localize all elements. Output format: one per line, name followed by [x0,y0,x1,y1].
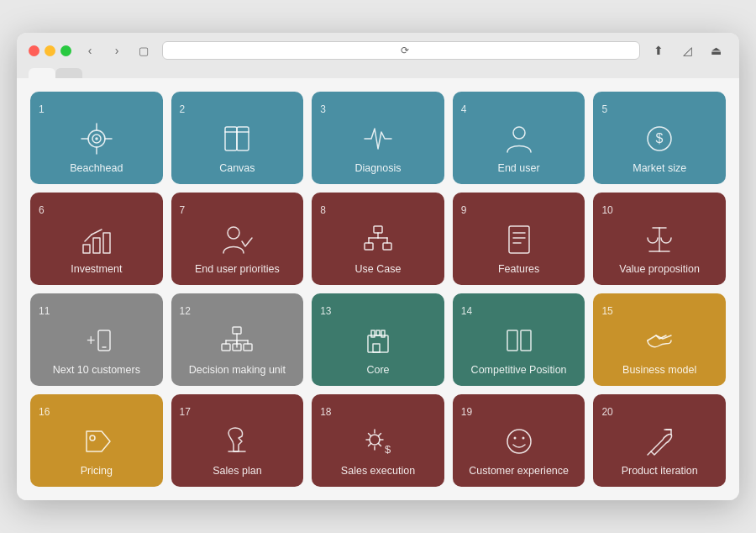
svg-rect-49 [381,330,385,337]
card-label: Decision making unit [180,364,296,376]
card-label: Value proposition [601,263,717,275]
card-number: 7 [180,204,186,216]
tab-active[interactable] [29,68,55,78]
card-label: Customer experience [461,465,577,477]
card-number: 5 [601,103,607,115]
svg-point-54 [90,435,95,441]
tab-overview-button[interactable]: ▢ [132,41,155,60]
card-business-model[interactable]: 15Business model [593,293,726,386]
svg-point-58 [507,430,531,453]
card-decision-making-unit[interactable]: 12Decision making unit [171,293,304,386]
svg-rect-48 [371,330,375,337]
nav-buttons: ‹ › ▢ [78,41,155,60]
svg-rect-28 [509,226,529,253]
cards-grid: 1Beachhead2Canvas3Diagnosis4End user5$Ma… [30,92,726,487]
card-investment[interactable]: 6Investment [30,193,163,285]
investment-icon [39,221,155,258]
svg-line-17 [85,235,92,241]
card-label: Sales execution [320,465,436,477]
browser-window: ‹ › ▢ ⟳ ⬆ ◿ ⏏ 1Beachhead2Canvas3Diagnosi… [17,33,739,500]
svg-point-2 [96,138,97,140]
back-button[interactable]: ‹ [78,41,102,60]
scale-icon [601,221,717,258]
card-number: 2 [180,103,186,115]
minimize-button[interactable] [45,45,55,56]
chess-knight-icon [180,423,296,460]
card-label: Product iteration [601,465,717,477]
card-number: 3 [320,103,326,115]
card-product-iteration[interactable]: 20Product iteration [593,394,726,487]
maximize-button[interactable] [60,45,71,56]
org-chart-icon [320,221,436,258]
browser-controls: ‹ › ▢ ⟳ ⬆ ◿ ⏏ [29,41,727,60]
svg-rect-14 [83,245,90,253]
card-customer-experience[interactable]: 19Customer experience [453,394,585,487]
card-diagnosis[interactable]: 3Diagnosis [312,92,444,184]
castle-icon [320,322,436,359]
handshake-icon [601,322,717,359]
tab-bar [29,68,727,78]
card-label: Market size [601,162,717,174]
person-head-icon [461,120,577,157]
svg-rect-38 [233,327,241,334]
card-number: 14 [461,305,472,317]
card-number: 10 [601,204,612,216]
svg-rect-39 [222,344,230,351]
columns-icon [461,322,577,359]
card-next-10-customers[interactable]: 11+Next 10 customers [30,293,163,386]
share-button[interactable]: ⬆ [647,41,670,60]
card-number: 16 [39,406,50,418]
card-value-proposition[interactable]: 10Value proposition [593,193,726,285]
card-features[interactable]: 9Features [453,193,585,285]
tab-add-button[interactable] [711,71,727,78]
svg-point-59 [513,437,516,440]
card-number: 6 [39,204,45,216]
card-label: Features [461,263,577,275]
forward-button[interactable]: › [105,41,129,60]
svg-line-18 [92,230,102,235]
card-label: Use Case [320,263,436,275]
card-number: 18 [320,406,331,418]
card-core[interactable]: 13Core [312,293,444,386]
svg-rect-41 [244,344,252,351]
svg-rect-22 [383,243,391,250]
wrench-arrow-icon [601,423,717,460]
svg-point-0 [88,130,105,147]
address-bar[interactable]: ⟳ [162,41,640,60]
card-number: 20 [601,406,612,418]
card-label: Business model [601,364,717,376]
duplicate-button[interactable]: ◿ [675,41,699,60]
card-end-user-priorities[interactable]: 7End user priorities [171,193,304,285]
gear-dollar-icon: $ [320,423,436,460]
card-use-case[interactable]: 8Use Case [312,193,444,285]
svg-rect-16 [103,233,110,253]
card-canvas[interactable]: 2Canvas [171,92,304,184]
svg-point-11 [513,127,525,139]
svg-point-1 [92,135,101,143]
close-button[interactable] [29,45,39,56]
reload-icon[interactable]: ⟳ [401,45,409,56]
card-number: 15 [601,305,612,317]
svg-point-19 [228,227,239,239]
card-number: 11 [39,305,50,317]
card-label: Next 10 customers [39,364,155,376]
power-button[interactable]: ⏏ [704,41,727,60]
svg-rect-8 [237,127,249,150]
svg-text:$: $ [656,131,664,145]
card-beachhead[interactable]: 1Beachhead [30,92,163,184]
doc-lines-icon [461,221,577,258]
card-end-user[interactable]: 4End user [453,92,585,184]
card-label: Core [320,364,436,376]
pulse-icon [320,120,436,157]
card-sales-execution[interactable]: 18$Sales execution [312,394,444,487]
card-sales-plan[interactable]: 17Sales plan [171,394,304,487]
svg-rect-21 [365,243,373,250]
person-check-icon [180,221,296,258]
card-number: 4 [461,103,467,115]
tag-icon [39,423,155,460]
card-market-size[interactable]: 5$Market size [593,92,726,184]
card-competitive-position[interactable]: 14Competitive Position [453,293,585,386]
svg-point-60 [522,437,524,440]
tab-inactive[interactable] [55,68,82,78]
card-pricing[interactable]: 16Pricing [30,394,163,487]
